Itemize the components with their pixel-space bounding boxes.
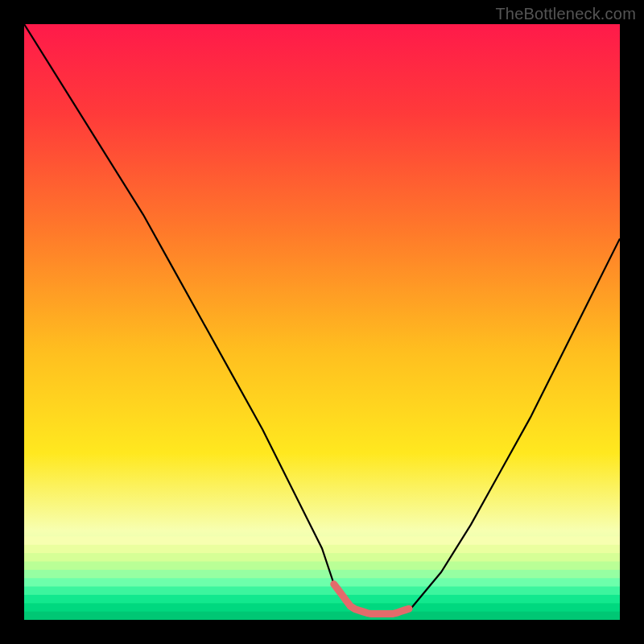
svg-rect-0 — [24, 536, 620, 545]
svg-rect-5 — [24, 578, 620, 587]
bottleneck-chart — [24, 24, 620, 620]
svg-rect-3 — [24, 561, 620, 570]
watermark: TheBottleneck.com — [495, 5, 636, 23]
svg-rect-2 — [24, 553, 620, 562]
svg-rect-7 — [24, 595, 620, 604]
svg-rect-9 — [24, 612, 620, 620]
chart-background — [24, 24, 620, 620]
svg-rect-6 — [24, 587, 620, 596]
svg-rect-4 — [24, 570, 620, 579]
chart-container — [24, 24, 620, 620]
svg-rect-8 — [24, 603, 620, 612]
